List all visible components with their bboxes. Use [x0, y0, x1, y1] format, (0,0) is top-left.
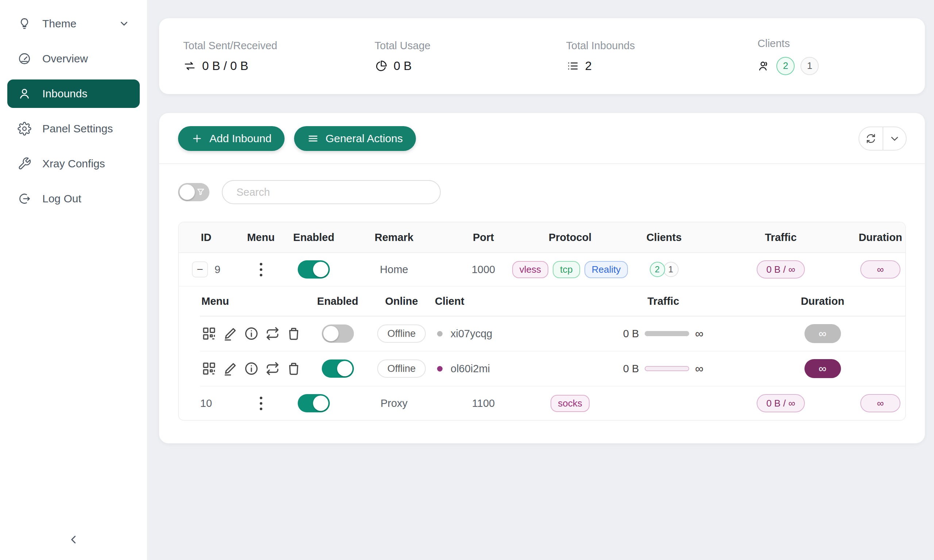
client-status-dot — [437, 366, 442, 372]
sidebar-item-label: Panel Settings — [42, 123, 113, 135]
client-subtable: Menu Enabled Online Client Traffic Durat… — [200, 286, 905, 386]
client-status-dot — [437, 331, 442, 337]
client-enabled-toggle[interactable] — [322, 360, 354, 378]
refresh-split-button — [858, 126, 907, 151]
info-button[interactable] — [243, 325, 260, 342]
gear-icon — [17, 122, 31, 135]
sidebar-item-panel-settings[interactable]: Panel Settings — [7, 114, 140, 143]
toolbar: Add Inbound General Actions — [159, 113, 925, 163]
refresh-options-button[interactable] — [883, 127, 906, 150]
row-menu-button[interactable] — [257, 260, 265, 279]
stat-clients: Clients 2 1 — [733, 38, 925, 75]
inbound-id: 10 — [200, 397, 212, 409]
qr-code-icon — [201, 326, 217, 341]
search-input[interactable] — [222, 180, 441, 204]
sidebar-item-xray-configs[interactable]: Xray Configs — [7, 149, 140, 178]
dashboard-icon — [17, 52, 31, 66]
plus-icon — [191, 133, 203, 145]
traffic-progress-bar — [645, 331, 689, 336]
edit-button[interactable] — [222, 360, 239, 377]
col-header-duration: Duration — [740, 295, 905, 307]
row-menu-button[interactable] — [257, 394, 265, 413]
trash-icon — [286, 361, 301, 376]
stat-label: Clients — [757, 38, 925, 49]
client-usage: 0 B — [623, 363, 639, 375]
sidebar-collapse-button[interactable] — [63, 529, 85, 551]
qr-code-button[interactable] — [201, 325, 217, 342]
pencil-icon — [223, 361, 238, 376]
enabled-toggle[interactable] — [298, 394, 330, 412]
chevron-left-icon — [67, 533, 80, 546]
client-enabled-toggle[interactable] — [322, 325, 354, 343]
col-header-duration: Duration — [855, 232, 905, 243]
client-name: ol60i2mi — [451, 363, 490, 375]
inbounds-table: ID Menu Enabled Remark Port Protocol Cli… — [178, 222, 906, 421]
traffic-pill: 0 B / ∞ — [757, 394, 805, 412]
filter-toggle[interactable] — [178, 183, 210, 201]
hamburger-menu-icon — [307, 133, 319, 145]
stat-label: Total Inbounds — [566, 40, 734, 52]
info-button[interactable] — [243, 360, 260, 377]
reset-traffic-button[interactable] — [264, 360, 281, 377]
col-header-port: Port — [449, 232, 518, 243]
sidebar-item-overview[interactable]: Overview — [7, 45, 140, 73]
inbound-port: 1000 — [449, 264, 518, 275]
search-row — [159, 164, 925, 214]
table-header-row: ID Menu Enabled Remark Port Protocol Cli… — [179, 222, 905, 253]
client-duration-pill: ∞ — [805, 359, 841, 378]
person-icon — [17, 87, 31, 101]
traffic-pill: 0 B / ∞ — [757, 260, 805, 278]
add-inbound-button[interactable]: Add Inbound — [178, 126, 285, 151]
col-header-online: Online — [370, 295, 433, 307]
inbound-id: 9 — [214, 264, 220, 275]
stat-label: Total Usage — [375, 40, 542, 52]
enabled-toggle[interactable] — [298, 260, 330, 278]
client-usage: 0 B — [623, 328, 639, 340]
col-header-protocol: Protocol — [518, 232, 622, 243]
qr-code-icon — [201, 361, 217, 376]
general-actions-button[interactable]: General Actions — [294, 126, 416, 151]
inbound-port: 1100 — [449, 397, 518, 409]
traffic-progress-bar — [645, 366, 689, 371]
inbound-remark: Proxy — [339, 397, 449, 409]
protocol-tag: socks — [550, 395, 589, 412]
refresh-button[interactable] — [859, 127, 883, 150]
inbound-remark: Home — [339, 264, 449, 275]
app-root: Theme Overview Inbounds Panel Settings X… — [0, 0, 934, 560]
edit-button[interactable] — [222, 325, 239, 342]
delete-button[interactable] — [285, 360, 302, 377]
col-header-client: Client — [433, 295, 587, 307]
client-table-header-row: Menu Enabled Online Client Traffic Durat… — [200, 286, 905, 317]
col-header-id: ID — [179, 232, 233, 243]
reset-traffic-button[interactable] — [264, 325, 281, 342]
protocol-tag: tcp — [553, 261, 580, 278]
theme-label: Theme — [42, 17, 76, 30]
list-icon — [566, 59, 580, 72]
inbound-row-10: 10 Proxy 1100 socks 0 B / ∞ — [179, 386, 905, 420]
clients-online-badge: 2 — [650, 262, 665, 277]
qr-code-button[interactable] — [201, 360, 217, 377]
refresh-icon — [865, 133, 877, 145]
sidebar-item-inbounds[interactable]: Inbounds — [7, 80, 140, 108]
info-icon — [244, 361, 259, 376]
inbound-row-9: − 9 Home 1000 vless tcp Reality — [179, 253, 905, 286]
protocol-tag: Reality — [584, 261, 628, 278]
trash-icon — [286, 326, 301, 341]
theme-selector[interactable]: Theme — [7, 9, 140, 38]
protocol-tag: vless — [512, 261, 549, 278]
sidebar-item-logout[interactable]: Log Out — [7, 185, 140, 213]
lightbulb-icon — [17, 17, 31, 31]
chevron-down-icon — [119, 18, 129, 29]
col-header-enabled: Enabled — [306, 295, 370, 307]
logout-icon — [17, 192, 31, 206]
stat-total-sent-received: Total Sent/Received 0 B / 0 B — [159, 40, 351, 73]
sidebar-item-label: Log Out — [42, 192, 82, 205]
inbounds-panel: Add Inbound General Actions — [159, 113, 925, 443]
col-header-remark: Remark — [339, 232, 449, 243]
stat-label: Total Sent/Received — [183, 40, 351, 52]
clients-online-badge: 2 — [777, 57, 795, 75]
chevron-down-icon — [889, 133, 900, 145]
collapse-row-button[interactable]: − — [192, 262, 208, 277]
delete-button[interactable] — [285, 325, 302, 342]
client-duration-pill: ∞ — [805, 324, 841, 343]
